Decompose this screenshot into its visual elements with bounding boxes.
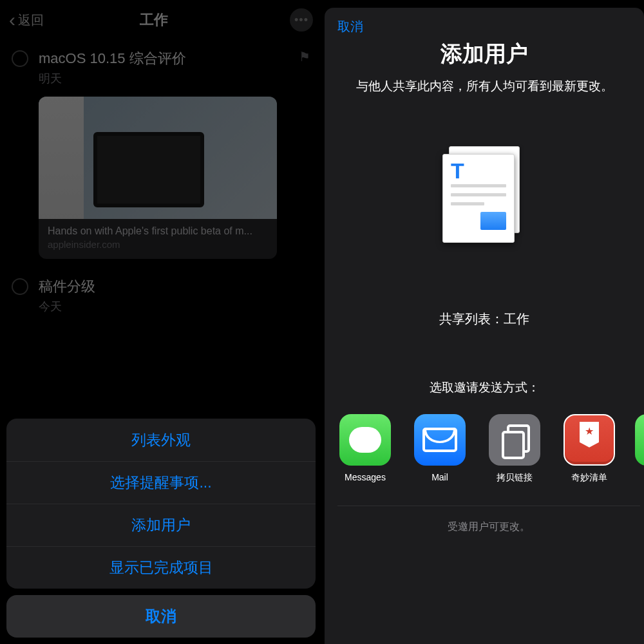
sheet-option-select[interactable]: 选择提醒事项...	[6, 461, 316, 504]
copy-icon	[489, 414, 540, 466]
app-label: Messages	[336, 472, 394, 482]
header-bar: ‹ 返回 工作 •••	[0, 0, 322, 40]
share-caption: 共享列表：工作	[325, 310, 644, 328]
radio-unchecked-icon[interactable]	[12, 278, 28, 295]
app-row[interactable]: Messages Mail 拷贝链接 奇妙清单	[325, 396, 644, 484]
footer-note: 受邀用户可更改。	[337, 506, 640, 534]
flag-icon[interactable]: ⚑	[299, 49, 310, 86]
reminder-title: 稿件分级	[39, 277, 310, 296]
sheet-description: 与他人共享此内容，所有人均可看到最新更改。	[350, 78, 618, 95]
reminder-title: macOS 10.15 综合评价	[39, 49, 299, 68]
mail-icon	[414, 414, 466, 466]
sheet-cancel-button[interactable]: 取消	[6, 595, 316, 638]
share-sheet: 取消 添加用户 与他人共享此内容，所有人均可看到最新更改。 T 共享列表：工作 …	[325, 8, 644, 644]
share-app-copy-link[interactable]: 拷贝链接	[486, 414, 544, 484]
reminder-item[interactable]: 稿件分级 今天	[0, 268, 322, 319]
send-method-label: 选取邀请发送方式：	[325, 379, 644, 396]
share-app-mail[interactable]: Mail	[411, 414, 469, 484]
preview-image	[39, 97, 277, 219]
action-sheet: 列表外观 选择提醒事项... 添加用户 显示已完成项目 取消	[6, 419, 316, 638]
partial-icon	[635, 414, 644, 466]
sheet-option-add-user[interactable]: 添加用户	[6, 504, 316, 546]
reminder-item[interactable]: macOS 10.15 综合评价 明天 ⚑	[0, 40, 322, 91]
link-preview-card[interactable]: Hands on with Apple's first public beta …	[39, 97, 277, 259]
more-button[interactable]: •••	[290, 8, 313, 32]
reminder-date: 今天	[39, 299, 310, 314]
cancel-button[interactable]: 取消	[325, 18, 644, 35]
star-icon	[564, 414, 615, 466]
share-app-partial[interactable]	[635, 414, 644, 484]
chevron-left-icon[interactable]: ‹	[9, 10, 15, 30]
add-user-screen: 取消 添加用户 与他人共享此内容，所有人均可看到最新更改。 T 共享列表：工作 …	[322, 0, 644, 644]
radio-unchecked-icon[interactable]	[12, 50, 28, 67]
document-icon: T	[325, 146, 644, 243]
sheet-option-show-completed[interactable]: 显示已完成项目	[6, 546, 316, 589]
preview-title: Hands on with Apple's first public beta …	[48, 225, 268, 237]
app-label: 拷贝链接	[486, 472, 544, 484]
reminder-date: 明天	[39, 71, 299, 86]
share-app-messages[interactable]: Messages	[336, 414, 394, 484]
share-app-wunderlist[interactable]: 奇妙清单	[560, 414, 618, 484]
action-sheet-group: 列表外观 选择提醒事项... 添加用户 显示已完成项目	[6, 419, 316, 589]
sheet-option-appearance[interactable]: 列表外观	[6, 419, 316, 461]
sheet-title: 添加用户	[325, 39, 644, 69]
app-label: 奇妙清单	[560, 472, 618, 484]
reminders-screen: ‹ 返回 工作 ••• macOS 10.15 综合评价 明天 ⚑ Hands …	[0, 0, 322, 644]
page-title: 工作	[18, 10, 290, 30]
preview-domain: appleinsider.com	[48, 239, 268, 250]
messages-icon	[339, 414, 391, 466]
app-label: Mail	[411, 472, 469, 482]
